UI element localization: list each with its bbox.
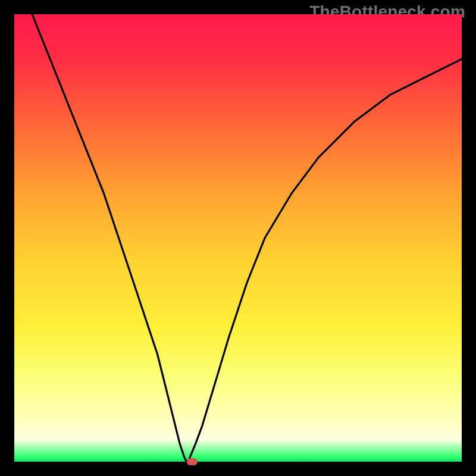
chart-frame: TheBottleneck.com [0,0,476,476]
bottleneck-curve [14,14,462,462]
curve-path [32,14,462,462]
plot-area [14,14,462,462]
optimal-marker [187,458,198,465]
